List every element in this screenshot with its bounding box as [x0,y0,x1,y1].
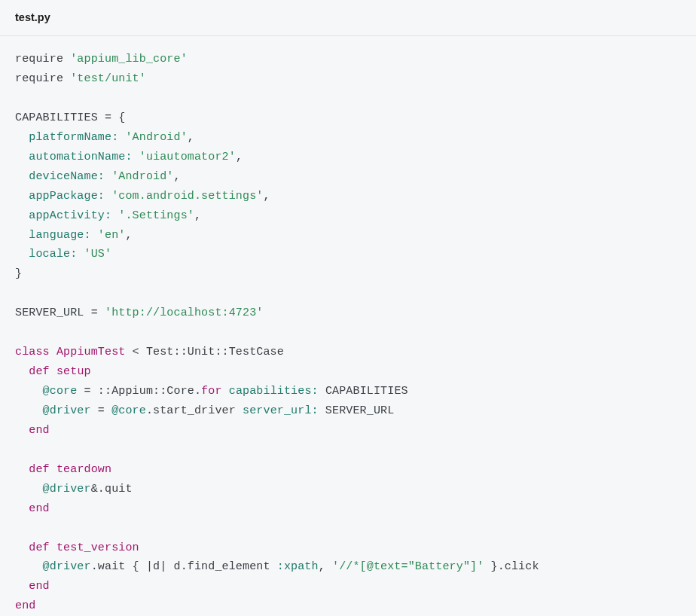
code-line: end [15,599,35,612]
code-line: platformName: 'Android', [15,131,194,144]
code-line: deviceName: 'Android', [15,170,181,183]
code-line: def setup [15,365,91,378]
code-line: require 'test/unit' [15,72,146,85]
code-line: end [15,502,50,515]
code-line: appActivity: '.Settings', [15,209,201,222]
code-line: locale: 'US' [15,248,111,261]
code-line: } [15,267,22,280]
code-line: @core = ::Appium::Core.for capabilities:… [15,385,408,398]
filename-label: test.py [15,11,50,23]
code-line: require 'appium_lib_core' [15,53,188,66]
code-line: @driver = @core.start_driver server_url:… [15,404,394,417]
file-tab[interactable]: test.py [0,0,696,36]
code-line: @driver&.quit [15,483,133,496]
code-line: language: 'en', [15,229,133,242]
code-line: @driver.wait { |d| d.find_element :xpath… [15,560,539,573]
code-line: SERVER_URL = 'http://localhost:4723' [15,306,263,319]
code-viewer: require 'appium_lib_core' require 'test/… [0,36,696,616]
code-line: end [15,580,50,593]
code-line: def test_version [15,541,139,554]
code-line: def teardown [15,463,111,476]
code-line: class AppiumTest < Test::Unit::TestCase [15,346,284,358]
code-line: CAPABILITIES = { [15,111,125,124]
code-line: end [15,424,50,437]
code-line: automationName: 'uiautomator2', [15,151,243,163]
code-line: appPackage: 'com.android.settings', [15,190,270,203]
